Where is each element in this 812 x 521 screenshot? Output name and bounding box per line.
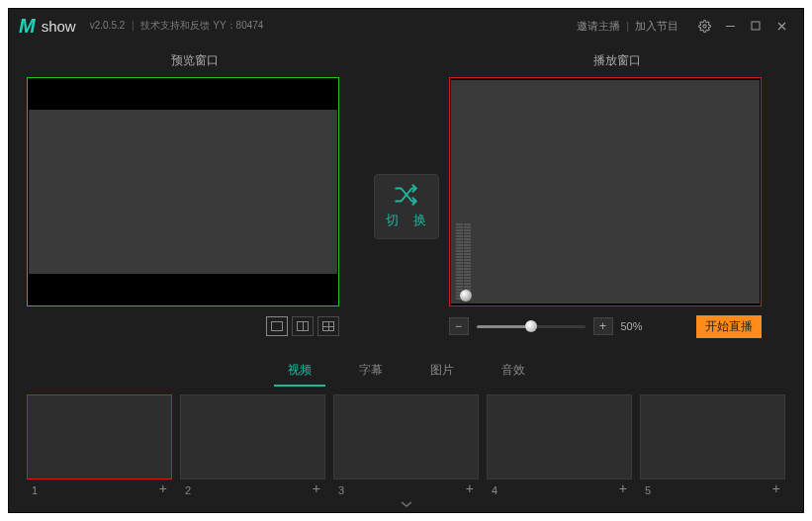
play-window[interactable]: [449, 77, 762, 306]
chevron-down-icon: [400, 500, 413, 508]
close-icon: [776, 21, 787, 32]
slot-add-button[interactable]: +: [313, 480, 320, 496]
expand-down-button[interactable]: [9, 499, 803, 510]
media-slot[interactable]: 3 +: [333, 394, 479, 479]
app-name: show: [42, 18, 76, 35]
play-column: 播放窗口 −: [449, 52, 786, 340]
volume-percent: 50%: [621, 320, 643, 332]
slider-thumb[interactable]: [525, 320, 537, 332]
window-controls: [692, 14, 793, 38]
svg-point-0: [702, 24, 705, 27]
preview-column: 预览窗口: [27, 52, 364, 340]
slot-add-button[interactable]: +: [159, 480, 167, 496]
layout-single-button[interactable]: [266, 316, 288, 336]
close-button[interactable]: [769, 14, 793, 38]
settings-button[interactable]: [692, 14, 716, 38]
minimize-button[interactable]: [718, 14, 742, 38]
logo-mark-icon: M: [19, 15, 36, 38]
vu-meter[interactable]: [456, 201, 472, 300]
join-program-link[interactable]: 加入节目: [635, 19, 678, 34]
layout-pip-button[interactable]: [292, 316, 314, 336]
slot-number: 1: [32, 484, 38, 496]
slot-number: 3: [338, 484, 344, 496]
media-tabs: 视频 字幕 图片 音效: [9, 356, 803, 387]
tab-video[interactable]: 视频: [274, 356, 325, 387]
switch-button[interactable]: 切 换: [374, 174, 439, 239]
vu-right-channel: [464, 201, 471, 300]
vu-left-channel: [456, 201, 463, 300]
layout-quad-button[interactable]: [317, 316, 339, 336]
volume-down-button[interactable]: −: [449, 317, 469, 335]
svg-rect-1: [726, 26, 735, 27]
switch-label: 切 换: [380, 212, 433, 229]
slot-number: 4: [492, 484, 497, 496]
preview-title: 预览窗口: [27, 52, 364, 69]
media-slots: 1 + 2 + 3 + 4 + 5 +: [9, 387, 803, 479]
separator: |: [626, 20, 629, 32]
minus-icon: −: [455, 319, 462, 333]
version-info: v2.0.5.2 | 技术支持和反馈 YY：80474: [90, 19, 264, 33]
start-live-button[interactable]: 开始直播: [696, 315, 762, 338]
app-logo: M show: [19, 15, 76, 38]
separator: |: [132, 20, 135, 31]
version-text: v2.0.5.2: [90, 20, 126, 31]
volume-slider[interactable]: [477, 319, 586, 333]
slot-add-button[interactable]: +: [466, 480, 474, 496]
app-window: M show v2.0.5.2 | 技术支持和反馈 YY：80474 邀请主播 …: [8, 8, 804, 513]
volume-up-button[interactable]: +: [593, 317, 613, 335]
play-title: 播放窗口: [449, 52, 786, 69]
svg-rect-2: [752, 22, 760, 30]
slot-add-button[interactable]: +: [772, 480, 780, 496]
vu-fader-knob[interactable]: [460, 290, 472, 302]
media-slot[interactable]: 1 +: [27, 394, 172, 479]
plus-icon: +: [599, 319, 606, 333]
preview-window[interactable]: [27, 77, 339, 306]
header-links: 邀请主播 | 加入节目: [577, 19, 678, 34]
media-slot[interactable]: 5 +: [640, 394, 785, 479]
maximize-icon: [751, 21, 761, 31]
preview-layout-controls: [27, 312, 339, 340]
play-volume-controls: − + 50% 开始直播: [449, 312, 762, 340]
layout-quad-icon: [322, 321, 334, 331]
layout-single-icon: [271, 321, 283, 331]
shuffle-icon: [394, 184, 419, 206]
title-bar: M show v2.0.5.2 | 技术支持和反馈 YY：80474 邀请主播 …: [9, 9, 803, 43]
preview-content: [29, 110, 337, 274]
play-content: [451, 80, 760, 304]
tab-sound[interactable]: 音效: [488, 356, 539, 387]
gear-icon: [698, 20, 711, 33]
main-area: 预览窗口 切 换 播放窗口: [9, 43, 803, 344]
minimize-icon: [725, 21, 736, 32]
slider-fill: [477, 325, 531, 328]
layout-pip-icon: [297, 321, 309, 331]
invite-host-link[interactable]: 邀请主播: [577, 19, 620, 34]
slot-add-button[interactable]: +: [619, 480, 627, 496]
slot-number: 5: [645, 484, 651, 496]
media-slot[interactable]: 2 +: [180, 394, 325, 479]
maximize-button[interactable]: [744, 14, 767, 38]
slot-number: 2: [185, 484, 191, 496]
media-slot[interactable]: 4 +: [487, 394, 632, 479]
tab-image[interactable]: 图片: [416, 356, 468, 387]
support-text: 技术支持和反馈 YY：80474: [140, 20, 263, 31]
center-column: 切 换: [372, 52, 441, 340]
tab-subtitle[interactable]: 字幕: [345, 356, 397, 387]
